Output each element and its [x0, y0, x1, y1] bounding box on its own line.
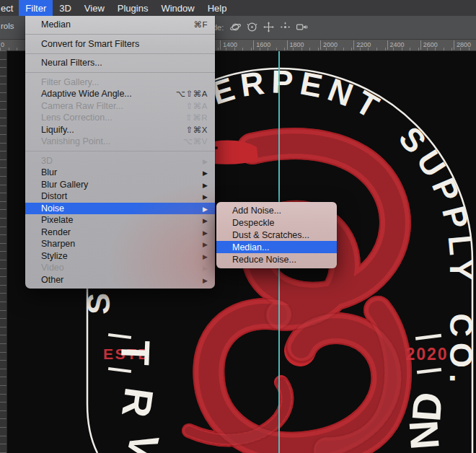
menu-item-video: Video▶	[25, 262, 215, 274]
menubar-item-ect[interactable]: ect	[0, 0, 19, 16]
menu-item-label: Video	[41, 263, 64, 273]
pan-3d-camera-icon[interactable]	[263, 21, 275, 33]
menu-item-reduce-noise[interactable]: Reduce Noise...	[216, 253, 337, 265]
menu-item-stylize[interactable]: Stylize▶	[25, 250, 215, 263]
menu-item-blur-gallery[interactable]: Blur Gallery▶	[25, 179, 215, 191]
menu-item-label: Other	[41, 275, 63, 285]
orbit-3d-camera-icon[interactable]	[229, 21, 242, 33]
menu-separator	[25, 34, 215, 35]
menubar-item-filter[interactable]: Filter	[19, 0, 53, 16]
menu-item-label: Blur	[41, 167, 57, 177]
menu-item-label: Stylize	[41, 251, 68, 261]
menu-item-add-noise[interactable]: Add Noise...	[216, 205, 337, 217]
roll-3d-camera-icon[interactable]	[246, 21, 258, 33]
ruler-mark-2000: 2000	[320, 40, 338, 50]
menu-item-3d: 3D▶	[25, 155, 215, 167]
menu-item-label: Render	[41, 227, 71, 237]
submenu-arrow-icon: ▶	[203, 205, 208, 212]
menu-item-render[interactable]: Render▶	[25, 226, 215, 239]
menu-item-label: Noise	[41, 203, 64, 214]
menu-item-label: Convert for Smart Filters	[41, 39, 139, 49]
controls-partial-label: rols	[1, 22, 14, 30]
submenu-arrow-icon: ▶	[203, 181, 208, 188]
menu-item-sharpen[interactable]: Sharpen▶	[25, 238, 215, 250]
menu-item-label: Neural Filters...	[41, 58, 102, 68]
ruler-mark-1800: 1800	[287, 40, 304, 50]
menu-item-label: Sharpen	[41, 239, 75, 249]
menubar-item-3d[interactable]: 3D	[53, 0, 78, 16]
menubar-item-help[interactable]: Help	[201, 0, 234, 16]
submenu-arrow-icon: ▶	[203, 265, 208, 272]
menu-item-lens-correction: Lens Correction...⇧⌘R	[25, 112, 215, 124]
menu-separator	[25, 53, 215, 54]
menubar-item-view[interactable]: View	[78, 0, 111, 16]
submenu-arrow-icon: ▶	[203, 170, 208, 177]
menu-item-label: Median...	[232, 242, 269, 252]
photoshop-window: S SERPENT SUPPLY CO. ESTD 2020 TRVND 014…	[0, 0, 476, 453]
menu-item-shortcut: ⌥⇧⌘A	[176, 89, 208, 99]
ruler-origin-mark: 0	[1, 40, 4, 50]
menu-item-shortcut: ⇧⌘A	[186, 101, 208, 111]
menubar-item-window[interactable]: Window	[154, 0, 200, 16]
menu-item-label: Vanishing Point...	[41, 136, 110, 146]
menu-item-label: 3D	[41, 156, 53, 166]
menu-item-label: Lens Correction...	[41, 113, 113, 123]
menu-item-label: Camera Raw Filter...	[41, 101, 123, 111]
menu-item-filter-gallery: Filter Gallery...	[25, 76, 215, 89]
submenu-arrow-icon: ▶	[203, 252, 208, 260]
ruler-mark-2800: 2800	[454, 40, 471, 50]
menu-item-label: Reduce Noise...	[232, 255, 296, 265]
menu-item-label: Liquify...	[41, 125, 74, 135]
menu-item-distort[interactable]: Distort▶	[25, 190, 215, 203]
menubar-item-plugins[interactable]: Plugins	[111, 0, 155, 16]
menu-separator	[25, 72, 215, 73]
menu-item-label: Blur Gallery	[41, 180, 88, 190]
ruler-mark-2400: 2400	[387, 40, 405, 50]
menu-bar: ectFilter3DViewPluginsWindowHelp	[0, 0, 476, 16]
menu-item-liquify[interactable]: Liquify...⇧⌘X	[25, 124, 215, 136]
menu-item-dust-scratches[interactable]: Dust & Scratches...	[216, 229, 337, 242]
ruler-mark-1600: 1600	[253, 40, 270, 50]
menu-item-label: Dust & Scratches...	[232, 230, 309, 240]
ruler-mark-2600: 2600	[420, 40, 438, 50]
menu-item-label: Pixelate	[41, 215, 73, 225]
submenu-arrow-icon: ▶	[203, 241, 208, 248]
menu-item-camera-raw-filter: Camera Raw Filter...⇧⌘A	[25, 100, 215, 113]
noise-submenu: Add Noise...DespeckleDust & Scratches...…	[216, 202, 337, 268]
vertical-ruler[interactable]	[0, 50, 7, 453]
menu-item-despeckle[interactable]: Despeckle	[216, 217, 337, 229]
filter-dropdown-menu: Median⌘FConvert for Smart FiltersNeural …	[25, 16, 215, 289]
menu-item-label: Filter Gallery...	[41, 77, 99, 87]
submenu-arrow-icon: ▶	[203, 217, 208, 224]
menu-item-noise[interactable]: Noise▶	[25, 203, 215, 215]
menu-item-median[interactable]: Median...	[216, 241, 337, 253]
menu-item-label: Adaptive Wide Angle...	[41, 89, 132, 99]
menu-item-adaptive-wide-angle[interactable]: Adaptive Wide Angle...⌥⇧⌘A	[25, 88, 215, 100]
submenu-arrow-icon: ▶	[203, 276, 208, 283]
menu-item-pixelate[interactable]: Pixelate▶	[25, 214, 215, 226]
submenu-arrow-icon: ▶	[203, 229, 208, 236]
camera-tool-icons	[229, 21, 308, 33]
menu-item-shortcut: ⇧⌘R	[185, 113, 208, 123]
submenu-arrow-icon: ▶	[203, 193, 208, 201]
ruler-mark-1400: 1400	[220, 40, 237, 50]
menu-item-vanishing-point: Vanishing Point...⌥⌘V	[25, 136, 215, 148]
record-3d-camera-icon[interactable]	[296, 21, 308, 33]
menu-item-label: Median	[41, 19, 71, 30]
menu-item-blur[interactable]: Blur▶	[25, 167, 215, 179]
menu-item-convert-for-smart-filters[interactable]: Convert for Smart Filters	[25, 38, 215, 50]
menu-item-other[interactable]: Other▶	[25, 274, 215, 286]
menu-separator	[25, 151, 215, 151]
menu-item-median[interactable]: Median⌘F	[25, 19, 215, 31]
menu-item-shortcut: ⇧⌘X	[186, 125, 208, 135]
menu-item-label: Distort	[41, 191, 67, 201]
menu-item-shortcut: ⌘F	[193, 19, 208, 30]
menu-item-label: Add Noise...	[232, 206, 281, 216]
menu-item-label: Despeckle	[232, 218, 274, 228]
menu-item-neural-filters[interactable]: Neural Filters...	[25, 57, 215, 69]
slide-3d-camera-icon[interactable]	[279, 21, 291, 33]
menu-item-shortcut: ⌥⌘V	[183, 136, 208, 146]
ruler-mark-2200: 2200	[353, 40, 371, 50]
submenu-arrow-icon: ▶	[203, 157, 208, 164]
